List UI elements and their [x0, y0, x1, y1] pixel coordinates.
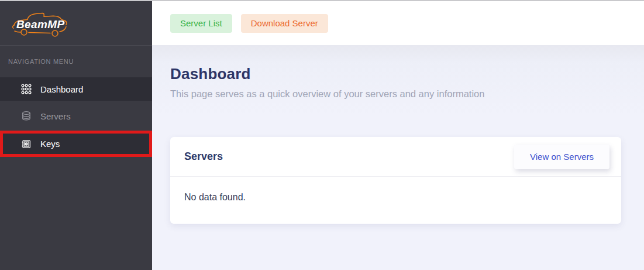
beammp-logo[interactable]: BeamMP — [0, 1, 152, 45]
nav-section-label: NAVIGATION MENU — [8, 58, 152, 65]
sidebar-item-dashboard[interactable]: Dashboard — [0, 77, 152, 101]
beammp-logo-graphic: BeamMP — [9, 8, 77, 39]
server-list-button[interactable]: Server List — [170, 14, 232, 33]
page-title: Dashboard — [170, 65, 621, 83]
sidebar-item-label: Dashboard — [40, 84, 83, 94]
servers-card: Servers View on Servers No data found. — [170, 137, 621, 224]
grid-dots-icon — [21, 84, 32, 94]
page-subtitle: This page serves as a quick overview of … — [170, 88, 621, 100]
beammp-logo-text: BeamMP — [16, 18, 65, 30]
sidebar-nav: Dashboard Servers — [0, 77, 152, 157]
main-column: Server List Download Server Dashboard Th… — [152, 0, 644, 270]
sidebar: BeamMP NAVIGATION MENU Dashboard — [0, 0, 152, 270]
sidebar-divider — [0, 45, 152, 46]
no-data-text: No data found. — [184, 192, 607, 203]
download-server-button[interactable]: Download Server — [241, 14, 328, 33]
sidebar-item-label: Servers — [40, 111, 71, 121]
page-content: Dashboard This page serves as a quick ov… — [152, 45, 644, 270]
servers-card-title: Servers — [184, 151, 223, 163]
servers-card-header: Servers View on Servers — [170, 137, 621, 177]
app-window: BeamMP NAVIGATION MENU Dashboard — [0, 0, 644, 270]
safe-icon — [21, 139, 32, 149]
topbar: Server List Download Server — [152, 1, 644, 45]
sidebar-item-label: Keys — [40, 139, 60, 149]
view-on-servers-button[interactable]: View on Servers — [514, 145, 609, 169]
sidebar-item-servers[interactable]: Servers — [0, 104, 152, 128]
database-icon — [21, 111, 32, 121]
sidebar-item-keys[interactable]: Keys — [0, 131, 152, 157]
window-top-border — [0, 0, 644, 1]
servers-card-body: No data found. — [170, 177, 621, 217]
